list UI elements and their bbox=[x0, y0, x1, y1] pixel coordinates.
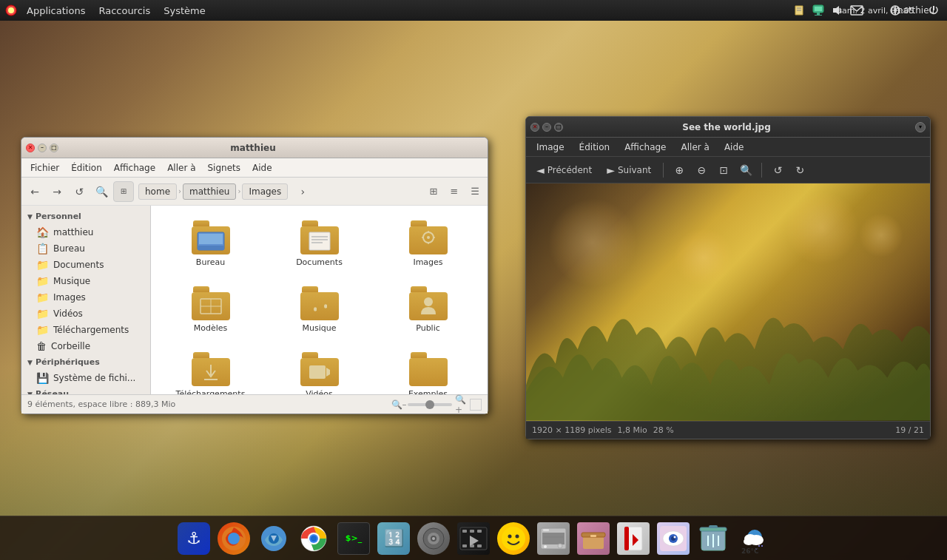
maximize-button[interactable]: □ bbox=[50, 144, 58, 152]
iv-close-button[interactable]: ✕ bbox=[530, 123, 539, 132]
dock-item-anchor[interactable]: ⚓ bbox=[176, 521, 212, 556]
breadcrumb-images[interactable]: Images bbox=[242, 183, 288, 200]
search-button[interactable]: 🔍 bbox=[91, 181, 112, 202]
sidebar-item-corbeille[interactable]: 🗑 Corbeille bbox=[21, 338, 150, 354]
iv-menu-edition[interactable]: Édition bbox=[572, 138, 618, 157]
app-menu-icon[interactable] bbox=[3, 2, 19, 18]
iv-menu-button[interactable]: ▾ bbox=[915, 122, 926, 132]
minimize-button[interactable]: – bbox=[38, 144, 47, 152]
sidebar-item-filesystem[interactable]: 💾 Système de fichi... bbox=[21, 370, 150, 386]
sidebar: ▼ Personnel 🏠 matthieu 📋 Bureau 📁 Docume… bbox=[21, 206, 151, 394]
grid-view-button[interactable]: ⊞ bbox=[424, 182, 443, 201]
dock-item-eye[interactable] bbox=[656, 521, 691, 556]
close-button[interactable]: ✕ bbox=[26, 144, 35, 152]
file-item-documents[interactable]: Documents bbox=[269, 215, 370, 273]
sidebar-item-videos[interactable]: 📁 Vidéos bbox=[21, 306, 150, 322]
file-item-modeles[interactable]: Modèles bbox=[160, 280, 261, 339]
iv-menu-aide[interactable]: Aide bbox=[717, 138, 752, 157]
menu-aller-a[interactable]: Aller à bbox=[161, 158, 201, 178]
iv-zoom-fit-button[interactable]: ⊡ bbox=[714, 161, 733, 180]
zoom-slider[interactable] bbox=[408, 403, 452, 406]
dock-item-archive[interactable] bbox=[576, 521, 611, 556]
sidebar-section-reseau[interactable]: ▼ Réseau bbox=[21, 386, 150, 394]
forward-button[interactable]: → bbox=[47, 181, 67, 202]
user-label[interactable]: matthieu bbox=[907, 3, 922, 18]
view-buttons: ⊞ ≡ ☰ bbox=[424, 182, 485, 201]
sidebar-item-telechargements[interactable]: 📁 Téléchargements bbox=[21, 322, 150, 338]
file-item-musique[interactable]: Musique bbox=[269, 280, 370, 339]
svg-rect-63 bbox=[590, 535, 596, 537]
dock-item-sound[interactable] bbox=[416, 521, 451, 556]
iv-minimize-button[interactable]: – bbox=[542, 123, 551, 132]
breadcrumb-matthieu[interactable]: matthieu bbox=[183, 183, 236, 200]
iv-prev-button[interactable]: ◄ Précédent bbox=[530, 162, 598, 178]
list-view-button[interactable]: ≡ bbox=[445, 182, 464, 201]
file-item-telechargements[interactable]: Téléchargements bbox=[160, 346, 261, 394]
sidebar-label-telechargements: Téléchargements bbox=[53, 325, 129, 335]
file-item-videos[interactable]: Vidéos bbox=[269, 346, 370, 394]
sidebar-item-documents[interactable]: 📁 Documents bbox=[21, 257, 150, 273]
file-label-images: Images bbox=[413, 257, 442, 267]
menu-affichage[interactable]: Affichage bbox=[108, 158, 161, 178]
zoom-fit-button[interactable] bbox=[470, 399, 482, 411]
iv-menu-aller-a[interactable]: Aller à bbox=[674, 138, 717, 157]
refresh-button[interactable]: ↺ bbox=[69, 181, 90, 202]
file-item-exemples[interactable]: Exemples bbox=[377, 346, 479, 394]
dock-item-trash[interactable] bbox=[695, 521, 731, 556]
sidebar-item-bureau[interactable]: 📋 Bureau bbox=[21, 240, 150, 257]
iv-zoom-100-button[interactable]: 🔍 bbox=[736, 161, 755, 180]
file-item-bureau[interactable]: Bureau bbox=[160, 215, 261, 273]
status-text: 9 éléments, espace libre : 889,3 Mio bbox=[27, 399, 175, 409]
zoom-slider-thumb[interactable] bbox=[425, 400, 434, 409]
menu-aide[interactable]: Aide bbox=[246, 158, 278, 178]
menu-fichier[interactable]: Fichier bbox=[24, 158, 65, 178]
sidebar-section-peripheriques[interactable]: ▼ Périphériques bbox=[21, 354, 150, 370]
sidebar-section-personnel[interactable]: ▼ Personnel bbox=[21, 209, 150, 224]
svg-point-80 bbox=[744, 538, 754, 545]
svg-point-40 bbox=[311, 536, 317, 542]
menu-edition[interactable]: Édition bbox=[65, 158, 108, 178]
documents-icon: 📁 bbox=[36, 259, 49, 271]
dock-item-firefox[interactable] bbox=[216, 521, 252, 556]
home-icon: 🏠 bbox=[36, 226, 49, 238]
dock-item-movie[interactable] bbox=[456, 521, 491, 556]
breadcrumb-home[interactable]: home bbox=[138, 183, 177, 200]
applet-icon[interactable] bbox=[811, 3, 826, 18]
sidebar-item-matthieu[interactable]: 🏠 matthieu bbox=[21, 224, 150, 240]
iv-zoom-out-button[interactable]: ⊖ bbox=[692, 161, 711, 180]
dock-item-calculator[interactable]: 🔢 bbox=[376, 521, 411, 556]
datetime-display[interactable]: sam. 2 avril, 01:05 bbox=[869, 3, 883, 18]
dock-item-thunderbird[interactable] bbox=[256, 521, 291, 556]
iv-menu-image[interactable]: Image bbox=[529, 138, 572, 157]
iv-rotate-right-button[interactable]: ↻ bbox=[790, 161, 809, 180]
power-icon[interactable] bbox=[926, 3, 941, 18]
iv-menu-affichage[interactable]: Affichage bbox=[617, 138, 673, 157]
system-menu[interactable]: Système bbox=[158, 0, 211, 21]
dock-item-messaging[interactable] bbox=[496, 521, 531, 556]
iv-rotate-left-button[interactable]: ↺ bbox=[768, 161, 787, 180]
iv-next-button[interactable]: ► Suivant bbox=[601, 162, 657, 178]
applications-menu[interactable]: Applications bbox=[21, 0, 91, 21]
dock-item-terminal[interactable]: $>_ bbox=[336, 521, 371, 556]
zoom-out-button[interactable]: 🔍– bbox=[393, 399, 405, 411]
menu-signets[interactable]: Signets bbox=[202, 158, 247, 178]
sidebar-item-images[interactable]: 📁 Images bbox=[21, 289, 150, 306]
compact-view-button[interactable]: ☰ bbox=[465, 182, 485, 201]
iv-maximize-button[interactable]: □ bbox=[554, 123, 563, 132]
zoom-in-button[interactable]: 🔍+ bbox=[455, 399, 467, 411]
file-item-images[interactable]: Images bbox=[377, 215, 479, 273]
breadcrumb-next[interactable]: › bbox=[292, 181, 313, 202]
sidebar-item-musique[interactable]: 📁 Musique bbox=[21, 273, 150, 289]
dock-item-chrome[interactable] bbox=[296, 521, 331, 556]
dock-item-drive[interactable] bbox=[536, 521, 571, 556]
back-button[interactable]: ← bbox=[24, 181, 45, 202]
icon-view-button[interactable]: ⊞ bbox=[113, 181, 134, 202]
tomboy-icon[interactable] bbox=[792, 3, 806, 18]
iv-zoom-in-button[interactable]: ⊕ bbox=[670, 161, 689, 180]
file-item-public[interactable]: Public bbox=[377, 280, 479, 339]
dock-item-rednotebook[interactable] bbox=[616, 521, 651, 556]
dock-item-weather[interactable]: 26°C bbox=[735, 521, 771, 556]
shortcuts-menu[interactable]: Raccourcis bbox=[92, 0, 156, 21]
file-manager-menubar: Fichier Édition Affichage Aller à Signet… bbox=[21, 158, 488, 178]
iv-size: 1,8 Mio bbox=[617, 425, 647, 435]
